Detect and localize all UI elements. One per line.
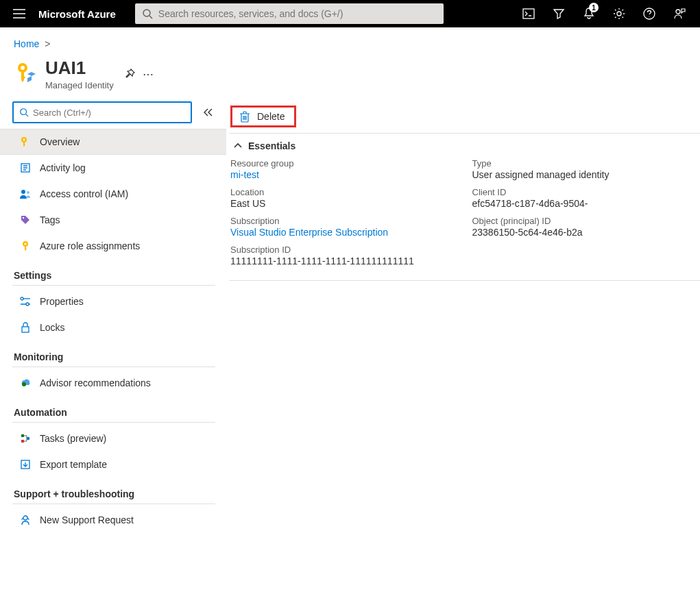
pin-button[interactable]: [123, 68, 136, 80]
brand-label: Microsoft Azure: [33, 8, 127, 20]
sidebar-item-label: Access control (IAM): [40, 188, 128, 199]
advisor-icon: [19, 377, 32, 389]
breadcrumb-separator: >: [45, 38, 50, 49]
directories-filter-button[interactable]: [544, 0, 574, 27]
tasks-icon: [19, 432, 32, 445]
resource-name: UAI1: [45, 58, 114, 79]
key-identity-icon: [14, 62, 36, 86]
delete-label: Delete: [257, 111, 285, 122]
sidebar-item-label: Properties: [40, 296, 84, 307]
svg-point-6: [21, 66, 25, 70]
tag-icon: [19, 214, 32, 226]
ess-value-resource-group[interactable]: mi-test: [230, 169, 459, 180]
global-search[interactable]: [135, 3, 444, 24]
ess-value-client-id: efc54718-c187-4d6a-9504-: [472, 198, 701, 209]
sidebar-item-label: Azure role assignments: [40, 240, 140, 251]
svg-point-15: [25, 243, 27, 245]
sidebar-item-access-control[interactable]: Access control (IAM): [0, 181, 226, 207]
people-icon: [19, 188, 32, 200]
essentials-toggle[interactable]: Essentials: [229, 134, 700, 156]
ess-label-subscription: Subscription: [230, 216, 459, 226]
sidebar-item-advisor[interactable]: Advisor recommendations: [0, 370, 226, 396]
top-header: Microsoft Azure 1: [0, 0, 700, 27]
sidebar-item-overview[interactable]: Overview: [0, 129, 226, 155]
svg-point-17: [26, 303, 29, 306]
chevron-up-icon: [233, 142, 243, 149]
sidebar-item-new-support-request[interactable]: New Support Request: [0, 507, 226, 533]
topbar-actions: 1: [514, 0, 695, 27]
person-feedback-icon: [673, 8, 686, 20]
ess-value-subscription[interactable]: Visual Studio Enterprise Subscription: [230, 227, 459, 238]
sidebar-item-label: Tasks (preview): [40, 433, 106, 444]
essentials-right-column: Type User assigned managed identity Clie…: [459, 158, 701, 273]
breadcrumb-home-link[interactable]: Home: [14, 38, 39, 49]
cloud-shell-button[interactable]: [514, 0, 544, 27]
hamburger-icon: [13, 9, 25, 18]
settings-button[interactable]: [604, 0, 634, 27]
svg-point-7: [21, 109, 27, 115]
chevron-double-left-icon: [203, 108, 214, 117]
feedback-button[interactable]: [664, 0, 695, 27]
gear-icon: [613, 8, 625, 20]
essentials-label: Essentials: [248, 140, 295, 151]
essentials-left-column: Resource group mi-test Location East US …: [230, 158, 459, 273]
svg-point-12: [27, 191, 29, 194]
help-icon: [643, 8, 655, 20]
notifications-button[interactable]: 1: [574, 0, 604, 27]
sidebar-section-settings: Settings: [12, 259, 215, 286]
properties-icon: [19, 295, 32, 308]
svg-rect-18: [22, 327, 29, 332]
svg-point-9: [23, 139, 25, 141]
ess-label-type: Type: [472, 158, 701, 169]
activity-log-icon: [19, 162, 32, 174]
ess-label-client-id: Client ID: [472, 187, 701, 197]
global-search-input[interactable]: [158, 8, 437, 19]
sidebar-item-role-assignments[interactable]: Azure role assignments: [0, 233, 226, 259]
sidebar-section-monitoring: Monitoring: [12, 340, 215, 367]
sidebar-item-label: Locks: [40, 322, 65, 333]
ess-label-object-id: Object (principal) ID: [472, 216, 701, 226]
lock-icon: [19, 321, 32, 334]
svg-point-16: [21, 297, 23, 300]
sidebar-item-label: New Support Request: [40, 514, 134, 525]
sidebar-item-tasks[interactable]: Tasks (preview): [0, 425, 226, 451]
ess-label-location: Location: [230, 187, 459, 197]
collapse-sidebar-button[interactable]: [203, 108, 214, 117]
support-icon: [19, 514, 32, 526]
sidebar-section-support: Support + troubleshooting: [12, 477, 215, 504]
resource-title-row: UAI1 Managed Identity ⋯: [0, 55, 700, 96]
sidebar-item-locks[interactable]: Locks: [0, 314, 226, 340]
svg-point-0: [143, 10, 150, 16]
resource-type-icon: [14, 62, 38, 86]
sidebar-item-label: Export template: [40, 459, 107, 470]
breadcrumb: Home >: [0, 27, 700, 55]
notification-badge: 1: [589, 3, 599, 12]
pin-icon: [123, 68, 136, 80]
command-bar: Delete: [229, 101, 700, 134]
svg-point-24: [23, 516, 27, 520]
ess-label-resource-group: Resource group: [230, 158, 459, 169]
sidebar-item-label: Advisor recommendations: [40, 377, 151, 388]
sidebar-section-automation: Automation: [12, 396, 215, 423]
sidebar-search[interactable]: [12, 101, 192, 123]
search-icon: [142, 8, 153, 19]
export-icon: [19, 458, 32, 471]
sidebar-item-activity-log[interactable]: Activity log: [0, 155, 226, 181]
more-actions-button[interactable]: ⋯: [143, 68, 154, 81]
main-content: Delete Essentials Resource group mi-test…: [226, 96, 700, 547]
ess-value-object-id: 23386150-5c64-4e46-b2a: [472, 227, 701, 238]
svg-point-4: [676, 10, 680, 14]
menu-toggle[interactable]: [5, 9, 33, 18]
sidebar-item-export-template[interactable]: Export template: [0, 451, 226, 477]
sidebar-item-properties[interactable]: Properties: [0, 288, 226, 314]
filter-icon: [553, 8, 565, 19]
ess-value-location: East US: [230, 198, 459, 209]
ess-value-subscription-id: 11111111-1111-1111-1111-111111111111: [230, 256, 459, 266]
resource-sidebar: Overview Activity log Access control (IA…: [0, 96, 226, 547]
help-button[interactable]: [634, 0, 664, 27]
svg-point-2: [617, 12, 621, 16]
sidebar-search-input[interactable]: [33, 108, 185, 118]
sidebar-item-tags[interactable]: Tags: [0, 207, 226, 233]
delete-button[interactable]: Delete: [230, 105, 296, 127]
svg-rect-1: [523, 9, 534, 18]
